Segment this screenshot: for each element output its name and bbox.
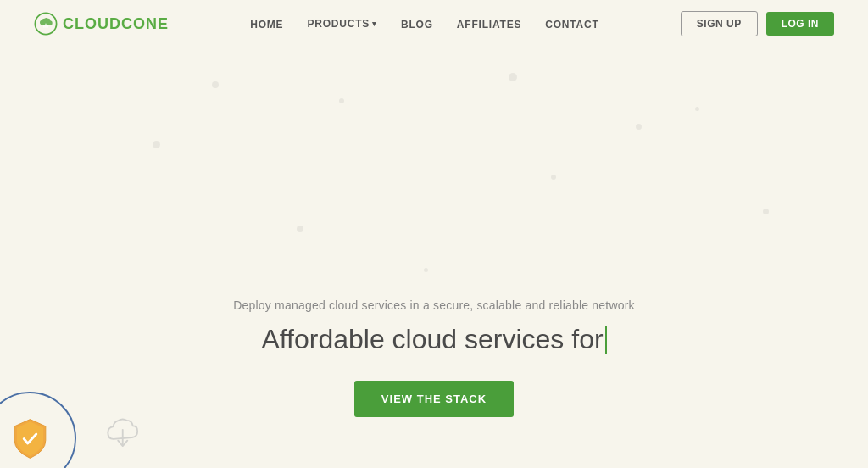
decoration-dot: [297, 226, 303, 232]
logo-text: CLOUDCONE: [63, 15, 169, 33]
nav-link-products[interactable]: PRODUCTS ▾: [307, 18, 377, 30]
login-button[interactable]: LOG IN: [766, 12, 834, 36]
nav-link-affiliates[interactable]: AFFILIATES: [457, 19, 521, 31]
logo[interactable]: CLOUDCONE: [34, 12, 169, 36]
cloud-download-icon: [102, 410, 148, 456]
decoration-dot: [212, 81, 219, 88]
shield-circle-decoration: [0, 392, 76, 468]
decoration-dot: [695, 107, 699, 111]
hero-title: Affordable cloud services for: [261, 324, 606, 355]
nav-item-products[interactable]: PRODUCTS ▾: [307, 18, 377, 30]
chevron-down-icon: ▾: [372, 20, 377, 28]
decoration-dot: [551, 175, 556, 180]
signup-button[interactable]: SIGN UP: [681, 11, 758, 36]
nav-links: HOME PRODUCTS ▾ BLOG AFFILIATES CONTACT: [250, 16, 598, 31]
nav-link-home[interactable]: HOME: [250, 19, 283, 31]
cloudcone-logo-icon: [34, 12, 58, 36]
decoration-dot: [153, 141, 160, 148]
hero-subtitle: Deploy managed cloud services in a secur…: [233, 298, 635, 312]
decoration-dot: [424, 268, 428, 272]
navbar: CLOUDCONE HOME PRODUCTS ▾ BLOG AFFILIATE…: [0, 0, 868, 47]
nav-link-blog[interactable]: BLOG: [401, 19, 433, 31]
cloud-download-decoration: [102, 410, 148, 460]
decoration-dot: [763, 209, 769, 214]
view-stack-button[interactable]: VIEW THE STACK: [354, 381, 514, 417]
nav-link-contact[interactable]: CONTACT: [545, 19, 598, 31]
nav-buttons: SIGN UP LOG IN: [681, 11, 834, 36]
decoration-dot: [339, 98, 344, 103]
decoration-dot: [509, 73, 517, 81]
nav-item-home[interactable]: HOME: [250, 16, 283, 31]
main-content: Deploy managed cloud services in a secur…: [0, 47, 868, 468]
dot-decorations: [0, 56, 868, 293]
nav-item-contact[interactable]: CONTACT: [545, 16, 598, 31]
decoration-dot: [636, 124, 642, 130]
shield-icon: [7, 415, 53, 462]
nav-item-affiliates[interactable]: AFFILIATES: [457, 16, 521, 31]
nav-item-blog[interactable]: BLOG: [401, 16, 433, 31]
text-cursor: [605, 326, 607, 354]
